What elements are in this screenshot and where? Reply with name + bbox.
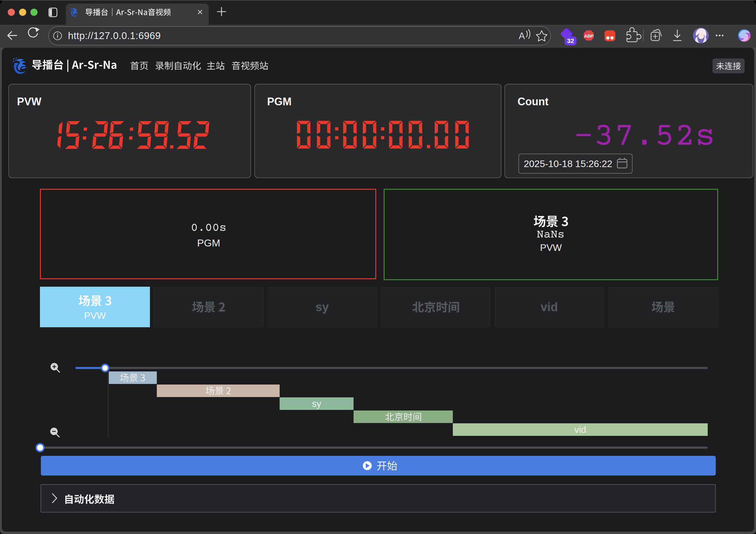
svg-text:ABP: ABP (584, 33, 594, 39)
svg-text:32: 32 (567, 37, 574, 44)
svg-text:A: A (519, 31, 525, 41)
